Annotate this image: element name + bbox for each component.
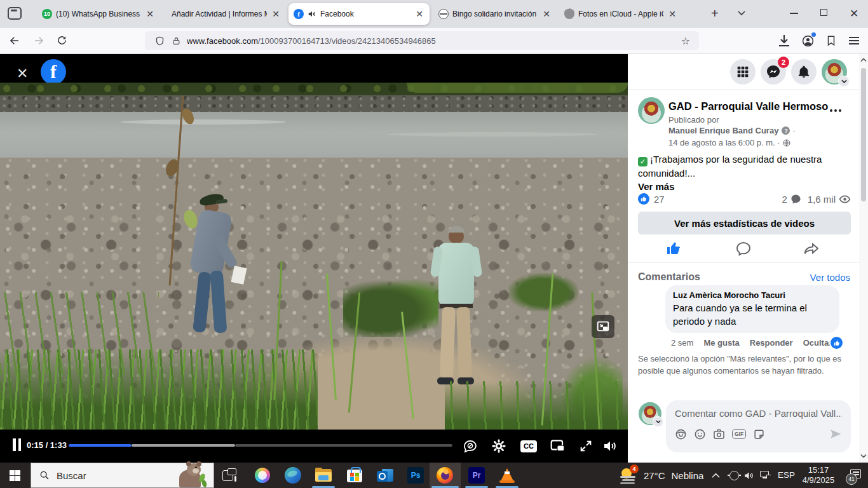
share-action-button[interactable] [803,241,820,259]
firefox-view-icon[interactable] [8,7,22,20]
forward-icon[interactable] [33,35,44,46]
network-icon[interactable] [760,471,771,480]
fullscreen-icon[interactable] [577,437,595,455]
bookmark-star-icon[interactable]: ☆ [681,35,690,47]
window-close-button[interactable]: ✕ [850,7,858,20]
reload-icon[interactable] [57,35,67,46]
tab-list-chevron-icon[interactable] [737,10,746,17]
page-scrollbar[interactable] [859,54,868,463]
avatar-sticker-icon[interactable] [675,428,687,440]
menu-hamburger-icon[interactable] [846,33,862,48]
comment-action-button[interactable] [736,241,751,259]
scroll-up-icon[interactable] [860,58,867,62]
firefox-icon[interactable] [437,467,453,484]
sticker-icon[interactable] [753,428,765,440]
profile-avatar[interactable] [822,59,847,85]
tab-informes[interactable]: Añadir Actividad | Informes Mens ✕ [163,3,286,25]
tab-whatsapp[interactable]: 10 (10) WhatsApp Business ✕ [37,3,160,25]
task-view-icon[interactable] [222,468,236,482]
edge-icon[interactable] [285,467,301,484]
page-name[interactable]: GAD - Parroquial Valle Hermoso [668,100,828,112]
close-video-icon[interactable]: ✕ [17,65,28,82]
copilot-icon[interactable] [255,468,270,483]
apps-grid-button[interactable] [730,59,756,85]
composer-avatar[interactable] [639,402,661,425]
shield-icon[interactable] [155,36,165,46]
pause-button[interactable] [13,438,22,451]
camera-icon[interactable] [713,428,725,440]
comment-composer[interactable]: Comentar como GAD - Parroquial Vall... G… [666,400,851,452]
tab-audio-icon[interactable] [308,10,316,18]
tab-close-icon[interactable]: ✕ [414,9,424,19]
tab-facebook-active[interactable]: f Facebook ✕ [288,3,430,25]
url-bar[interactable]: www.facebook.com/100093700164713/videos/… [145,31,699,50]
outlook-icon[interactable] [377,467,393,484]
tab-close-icon[interactable]: ✕ [271,9,281,19]
page-avatar[interactable] [638,97,665,124]
meet-now-icon[interactable] [729,471,739,480]
comment-reply-link[interactable]: Responder [750,338,793,348]
notification-center-icon[interactable]: 41 [847,469,861,482]
comment-like-link[interactable]: Me gusta [703,338,739,348]
tab-close-icon[interactable]: ✕ [667,9,677,19]
gif-icon[interactable]: GIF [732,429,746,439]
like-action-button[interactable] [666,241,681,259]
pip-mini-icon[interactable] [592,315,614,338]
library-icon[interactable] [824,33,839,48]
like-count[interactable]: 27 [654,194,665,205]
tab-icloud[interactable]: Fotos en iCloud - Apple iClou ✕ [559,3,682,25]
clock[interactable]: 15:17 4/9/2025 [796,465,841,485]
language-indicator[interactable]: ESP [778,470,795,480]
post-more-button[interactable] [824,99,847,122]
see-all-comments-link[interactable]: Ver todos [810,272,850,283]
file-explorer-icon[interactable] [315,467,332,484]
download-icon[interactable] [776,33,792,48]
window-maximize-button[interactable] [820,9,827,16]
account-icon[interactable] [800,33,815,48]
comment-bubble[interactable]: Luz Amèrica Morocho Tacuri Para cuando y… [665,285,839,333]
comment-count[interactable]: 2 [782,194,787,205]
start-button[interactable] [10,470,20,481]
emoji-icon[interactable] [694,428,706,440]
facebook-logo[interactable]: f [41,59,66,85]
scroll-down-icon[interactable] [860,454,867,458]
video-stats-button[interactable]: Ver más estadísticas de videos [638,212,851,234]
settings-gear-icon[interactable] [490,437,508,455]
closed-captions-icon[interactable]: CC [520,437,538,455]
ms-store-icon[interactable] [346,467,363,484]
send-icon[interactable] [829,428,842,440]
tray-chevron-icon[interactable] [712,473,720,478]
video-player[interactable]: ✕ f [0,54,628,463]
photoshop-icon[interactable]: Ps [407,467,424,484]
pip-icon[interactable] [549,437,567,455]
volume-icon[interactable] [601,437,619,455]
notifications-bell-button[interactable] [791,59,817,85]
tab-close-icon[interactable]: ✕ [145,9,155,19]
premiere-icon[interactable]: Pr [468,467,485,484]
comment-hide-link[interactable]: Ocultar [803,338,832,348]
author-name[interactable]: Manuel Enrique Band Curay [668,126,778,135]
browser-tab-bar: 10 (10) WhatsApp Business ✕ Añadir Activ… [0,0,868,28]
like-reaction-icon[interactable] [638,193,649,205]
vlc-icon[interactable] [499,467,515,484]
volume-tray-icon[interactable] [743,470,754,481]
comment-time[interactable]: 2 sem [671,338,693,348]
comments-disabled-icon[interactable] [461,437,479,455]
messenger-button[interactable]: 2 [761,59,786,85]
weather-widget[interactable]: 4 27°C Neblina [620,465,715,485]
post-date[interactable]: 14 de agosto a las 6:00 p. m. · [668,138,780,147]
back-icon[interactable] [9,35,20,46]
progress-bar[interactable] [69,430,452,463]
scrollbar-thumb[interactable] [861,68,866,201]
taskbar-search[interactable]: Buscar [31,463,214,488]
tab-bingo[interactable]: Bingo solidario invitación ✕ [433,3,557,25]
comment-like-badge[interactable] [829,336,844,350]
window-minimize-button[interactable] [790,13,798,14]
commenter-avatar[interactable] [639,288,659,308]
view-count[interactable]: 1,6 mil [808,194,836,205]
tab-close-icon[interactable]: ✕ [541,9,552,19]
lock-icon[interactable] [172,36,180,46]
commenter-name[interactable]: Luz Amèrica Morocho Tacuri [673,290,832,300]
new-tab-button[interactable]: + [711,6,719,21]
see-more-link[interactable]: Ver más [638,180,848,193]
